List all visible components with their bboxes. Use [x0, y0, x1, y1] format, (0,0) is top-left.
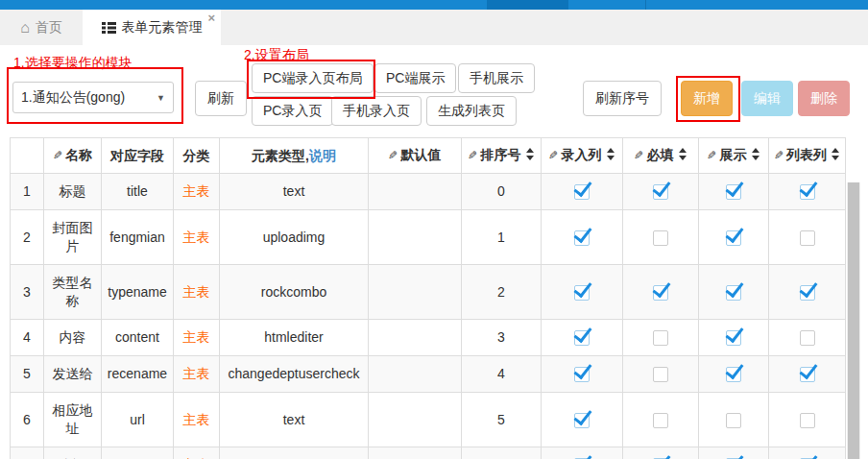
column-header [11, 138, 44, 174]
help-link[interactable]: 说明 [309, 148, 336, 163]
field-cell: fengmian [102, 210, 174, 265]
required-cell [623, 210, 699, 265]
display-checkbox[interactable] [726, 230, 741, 246]
column-header: 元素类型,说明 [220, 138, 369, 174]
name-cell: 相应地址 [44, 393, 102, 447]
list-col-checkbox[interactable] [800, 330, 815, 346]
generate-list-button[interactable]: 生成列表页 [426, 96, 517, 126]
required-checkbox[interactable] [653, 184, 668, 200]
column-header-label: 列表列 [786, 147, 827, 162]
sort-icon[interactable] [752, 148, 760, 160]
entry-col-checkbox[interactable] [574, 184, 590, 200]
pencil-icon: ✎ [634, 147, 643, 165]
mobile-entry-button[interactable]: 手机录入页 [331, 96, 422, 126]
mobile-display-button[interactable]: 手机展示 [458, 63, 535, 93]
vertical-scrollbar[interactable] [847, 182, 860, 459]
list-col-checkbox[interactable] [800, 230, 815, 246]
refresh-button[interactable]: 刷新 [195, 81, 247, 116]
module-select-value: 1.通知公告(gong) [21, 89, 125, 107]
module-select[interactable]: 1.通知公告(gong) ▼ [12, 82, 174, 113]
sort-icon[interactable] [832, 148, 840, 160]
required-checkbox[interactable] [653, 230, 668, 246]
default-cell [369, 174, 462, 210]
default-cell [369, 356, 462, 393]
list-col-checkbox[interactable] [800, 367, 815, 382]
table-row[interactable]: 7来源zuozhe主表text{deptname}6 [11, 447, 846, 459]
pc-display-button[interactable]: PC端展示 [374, 63, 456, 93]
entry-col-checkbox[interactable] [574, 230, 590, 246]
table-row[interactable]: 6相应地址url主表text5 [11, 393, 846, 447]
pencil-icon: ✎ [707, 147, 716, 165]
name-cell: 来源 [44, 447, 102, 459]
display-cell [699, 447, 769, 459]
column-header[interactable]: ✎列表列 [769, 138, 846, 174]
top-navbar [0, 0, 868, 10]
list-col-checkbox[interactable] [800, 285, 815, 301]
pencil-icon: ✎ [548, 147, 558, 165]
row-number: 1 [11, 174, 44, 210]
display-checkbox[interactable] [726, 330, 741, 346]
required-checkbox[interactable] [653, 285, 668, 301]
table-row[interactable]: 2封面图片fengmian主表uploadimg1 [11, 210, 846, 265]
column-header-label: 对应字段 [110, 148, 164, 163]
delete-button[interactable]: 删除 [798, 81, 850, 116]
row-number: 6 [11, 393, 44, 447]
entry-col-checkbox[interactable] [574, 367, 590, 382]
sort-icon[interactable] [526, 148, 535, 160]
list-icon [102, 21, 116, 34]
list-col-cell [769, 320, 846, 356]
default-cell [369, 320, 462, 356]
pc-entry-button[interactable]: PC录入页 [252, 96, 333, 126]
list-col-checkbox[interactable] [800, 184, 815, 200]
list-col-checkbox[interactable] [800, 413, 815, 428]
name-cell: 内容 [44, 320, 102, 356]
table-row[interactable]: 5发送给recename主表changedeptusercheck4 [11, 356, 846, 393]
display-checkbox[interactable] [726, 285, 741, 301]
column-header-label: 录入列 [562, 147, 602, 162]
sort-icon[interactable] [607, 148, 615, 160]
entry-col-checkbox[interactable] [574, 330, 590, 346]
table-row[interactable]: 1标题title主表text0 [11, 174, 846, 210]
tab-form-element-management[interactable]: 表单元素管理 × [83, 10, 221, 45]
required-checkbox[interactable] [653, 413, 668, 428]
display-checkbox[interactable] [726, 367, 741, 382]
annotation-step2: 2.设置布局 [244, 47, 309, 64]
caret-down-icon: ▼ [157, 93, 165, 103]
list-col-cell [769, 356, 846, 393]
column-header[interactable]: ✎展示 [699, 138, 769, 174]
required-checkbox[interactable] [653, 367, 668, 382]
entry-col-checkbox[interactable] [574, 413, 590, 428]
list-col-cell [769, 210, 846, 265]
name-cell: 标题 [44, 174, 102, 210]
order-cell: 0 [462, 174, 542, 210]
table-row[interactable]: 3类型名称typename主表rockcombo2 [11, 265, 846, 320]
display-cell [699, 320, 769, 356]
tab-home[interactable]: ⌂ 首页 [0, 10, 83, 45]
list-col-cell [769, 447, 846, 459]
add-button[interactable]: 新增 [681, 81, 733, 116]
entry-col-checkbox[interactable] [574, 285, 590, 301]
default-cell: {deptname} [369, 447, 462, 459]
refresh-order-button[interactable]: 刷新序号 [583, 81, 662, 116]
order-cell: 3 [462, 320, 542, 356]
table-row[interactable]: 4内容content主表htmlediter3 [11, 320, 846, 356]
tab-bar: ⌂ 首页 表单元素管理 × [0, 10, 868, 45]
pencil-icon: ✎ [388, 147, 398, 165]
display-checkbox[interactable] [726, 413, 741, 428]
required-checkbox[interactable] [653, 330, 668, 346]
scrollbar-thumb[interactable] [848, 182, 859, 459]
pc-entry-layout-button[interactable]: PC端录入页布局 [252, 63, 374, 93]
display-cell [699, 265, 769, 320]
column-header[interactable]: ✎必填 [623, 138, 699, 174]
name-cell: 发送给 [44, 356, 102, 393]
display-checkbox[interactable] [726, 184, 741, 200]
sort-icon[interactable] [679, 148, 687, 160]
category-cell: 主表 [174, 265, 220, 320]
pencil-icon: ✎ [774, 147, 784, 165]
column-header[interactable]: ✎排序号 [462, 138, 542, 174]
category-cell: 主表 [174, 174, 220, 210]
close-icon[interactable]: × [207, 12, 215, 24]
column-header[interactable]: ✎录入列 [542, 138, 623, 174]
entry-col-cell [542, 356, 623, 393]
edit-button[interactable]: 编辑 [741, 81, 793, 116]
